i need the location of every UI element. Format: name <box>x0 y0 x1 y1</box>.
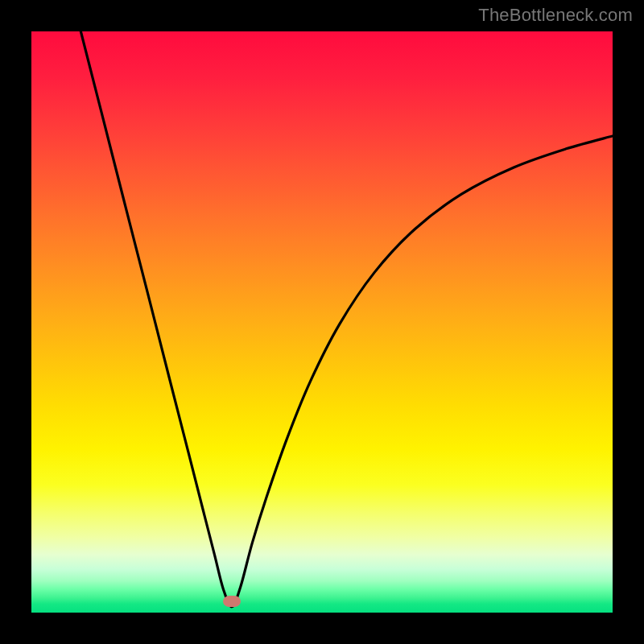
bottleneck-curve <box>80 31 613 607</box>
optimum-marker <box>223 596 241 607</box>
plot-area <box>31 31 613 613</box>
watermark-text: TheBottleneck.com <box>478 5 633 26</box>
chart-frame: TheBottleneck.com <box>0 0 644 644</box>
curve-layer <box>31 31 613 613</box>
